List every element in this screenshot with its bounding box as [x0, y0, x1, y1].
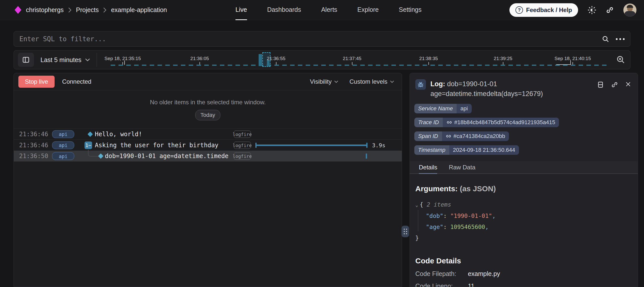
- span-id-chip[interactable]: Span ID #ca741384ca2a20bb: [414, 131, 509, 141]
- link-icon: [447, 120, 452, 125]
- details-title-text: dob=1990-01-01 age=datetime.timedelta(da…: [430, 80, 543, 98]
- zoom-in-button[interactable]: [616, 55, 625, 65]
- log-row-birthday-span[interactable]: 21:36:46 api 1− Asking the user for thei…: [14, 139, 402, 151]
- service-badge[interactable]: api: [52, 130, 74, 138]
- tab-live[interactable]: Live: [235, 0, 247, 20]
- close-icon: [625, 81, 631, 87]
- logfire-logo-icon: [15, 6, 21, 14]
- feedback-help-button[interactable]: ? Feedback / Help: [509, 3, 578, 17]
- tab-alerts[interactable]: Alerts: [321, 0, 337, 20]
- today-button[interactable]: Today: [195, 110, 221, 120]
- json-indent-guide: [418, 210, 418, 231]
- more-options-icon[interactable]: [616, 38, 625, 40]
- timeline-tick: 21:36:05: [190, 56, 209, 65]
- search-icon[interactable]: [602, 35, 609, 43]
- details-badges: Service Name api Trace ID #18b84cb4847b5…: [410, 100, 638, 155]
- sidebar-toggle-button[interactable]: [18, 53, 34, 67]
- empty-history-zone: No older items in the selected time wind…: [14, 90, 402, 120]
- code-details-heading: Code Details: [415, 257, 631, 265]
- chevron-down-icon: [334, 80, 338, 83]
- time-range-selector[interactable]: Last 5 minutes: [41, 56, 90, 64]
- duration-label: 3.9s: [372, 142, 385, 148]
- chevron-down-icon: [390, 80, 394, 83]
- time-range-label: Last 5 minutes: [41, 56, 82, 64]
- split-view-button[interactable]: [597, 81, 604, 89]
- json-entry-dob: "dob": "1990-01-01",: [415, 210, 631, 221]
- sun-moon-icon: [588, 6, 596, 14]
- arguments-subtitle: (as JSON): [460, 184, 496, 193]
- close-details-button[interactable]: [625, 81, 631, 88]
- share-link-button[interactable]: [606, 6, 614, 14]
- visibility-dropdown[interactable]: Visibility: [310, 78, 338, 85]
- avatar-hair: [627, 5, 633, 8]
- timeline-bar: Last 5 minutes Sep 18, 21:35:15 21:36:05…: [14, 50, 630, 69]
- tab-dashboards[interactable]: Dashboards: [267, 0, 301, 20]
- service-badge[interactable]: api: [52, 141, 74, 149]
- user-avatar[interactable]: [623, 4, 636, 17]
- logfire-tag[interactable]: logfire: [234, 141, 251, 149]
- visibility-label: Visibility: [310, 78, 332, 85]
- histogram-bar: [259, 54, 262, 66]
- span-id-value: #ca741384ca2a20bb: [454, 133, 505, 139]
- timeline-plot[interactable]: Sep 18, 21:35:15 21:36:05 21:36:55 21:37…: [97, 51, 615, 69]
- service-name-chip: Service Name api: [414, 104, 472, 113]
- stop-live-button[interactable]: Stop live: [18, 76, 55, 88]
- tab-raw-data[interactable]: Raw Data: [449, 161, 475, 174]
- trace-id-label: Trace ID: [414, 118, 443, 127]
- question-circle-icon: ?: [515, 6, 523, 14]
- code-filepath-label: Code Filepath:: [415, 270, 466, 277]
- sql-filter-input[interactable]: [19, 35, 602, 43]
- log-rows: 21:36:46 api Hello, world! logfire 21:36…: [14, 128, 402, 162]
- copy-link-button[interactable]: [611, 81, 618, 89]
- json-entry-age: "age": 1095465600,: [415, 221, 631, 232]
- chevron-right-icon: [103, 7, 106, 13]
- theme-toggle-button[interactable]: [588, 6, 596, 14]
- panel-resize-handle[interactable]: [401, 226, 409, 237]
- trace-id-chip[interactable]: Trace ID #18b84cb4847b5d574c4ad9121935a4…: [414, 118, 559, 127]
- service-badge[interactable]: api: [52, 152, 74, 160]
- collapse-children-badge[interactable]: 1−: [85, 141, 92, 149]
- top-nav: christophergs Projects example-applicati…: [0, 0, 644, 20]
- timestamp-value: 2024-09-18 21:36:50.644: [449, 145, 519, 155]
- timeline-baseline: [111, 65, 609, 66]
- logfire-tag[interactable]: logfire: [234, 153, 251, 160]
- log-row-dob-selected[interactable]: 21:36:50 api dob=1990-01-01 age=datetime…: [14, 151, 402, 162]
- link-icon: [446, 133, 451, 139]
- tab-settings[interactable]: Settings: [399, 0, 421, 20]
- empty-history-message: No older items in the selected time wind…: [14, 99, 402, 106]
- custom-levels-dropdown[interactable]: Custom levels: [349, 78, 394, 85]
- span-id-label: Span ID: [414, 131, 442, 141]
- zoom-in-icon: [616, 55, 625, 64]
- timeline-tick: 21:39:25: [494, 56, 512, 65]
- code-lineno-label: Code Lineno:: [415, 282, 466, 287]
- json-viewer: ⌄{2 items "dob": "1990-01-01", "age": 10…: [415, 199, 631, 244]
- breadcrumb-projects[interactable]: Projects: [76, 6, 99, 14]
- chevron-right-icon: [68, 7, 71, 13]
- details-tabs: Details Raw Data: [410, 161, 638, 174]
- duration-span-bar: [255, 143, 368, 148]
- arguments-title: Arguments:: [415, 184, 458, 193]
- service-name-label: Service Name: [414, 104, 457, 113]
- code-lineno-row: Code Lineno: 11: [415, 282, 631, 287]
- chevron-down-icon: [85, 58, 90, 61]
- logfire-tag[interactable]: logfire: [234, 130, 251, 138]
- breadcrumb-project-name[interactable]: example-application: [111, 6, 167, 14]
- log-message: dob=1990-01-01 age=datetime.timede: [105, 153, 228, 160]
- connection-status: Connected: [62, 78, 91, 85]
- log-diamond-icon: [98, 153, 103, 159]
- details-title-prefix: Log:: [430, 80, 445, 88]
- tab-details[interactable]: Details: [419, 161, 437, 174]
- split-panel-icon: [597, 81, 604, 88]
- log-time: 21:36:46: [19, 131, 48, 138]
- timeline-tick: 21:37:45: [343, 56, 361, 65]
- json-item-count: 2 items: [427, 201, 451, 208]
- breadcrumb-org[interactable]: christophergs: [26, 6, 64, 14]
- log-time: 21:36:46: [19, 142, 48, 149]
- link-icon: [611, 81, 618, 88]
- tab-explore[interactable]: Explore: [357, 0, 379, 20]
- log-row-hello-world[interactable]: 21:36:46 api Hello, world! logfire: [14, 128, 402, 139]
- collapse-caret-icon[interactable]: ⌄: [415, 202, 418, 208]
- feedback-help-label: Feedback / Help: [526, 7, 572, 14]
- code-filepath-row: Code Filepath: example.py: [415, 270, 631, 277]
- grip-dots-icon: [404, 229, 407, 234]
